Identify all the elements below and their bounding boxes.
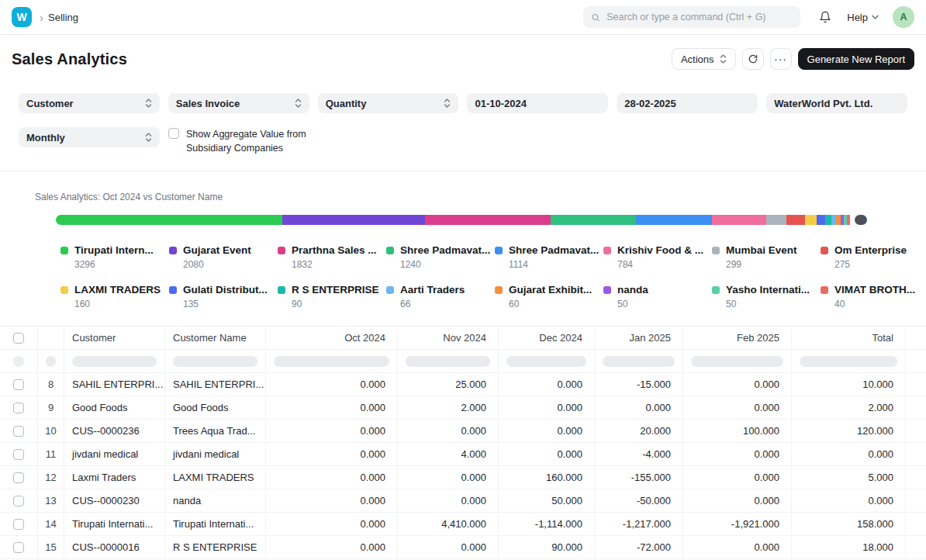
filter-value-field-value: Quantity [326, 98, 444, 109]
col-header-nov-2024[interactable]: Nov 2024 [397, 327, 498, 349]
column-filter-input[interactable] [603, 356, 675, 367]
legend-item[interactable]: VIMAT BROTH...40 [821, 283, 926, 310]
value-cell: 0.000 [682, 443, 791, 465]
col-header-dec-2024[interactable]: Dec 2024 [498, 327, 594, 349]
notifications-button[interactable] [816, 8, 834, 26]
table-row[interactable]: 9Good FoodsGood Foods0.0002.0000.0000.00… [0, 396, 926, 420]
refresh-button[interactable] [742, 48, 764, 70]
bar-segment[interactable] [551, 215, 636, 225]
table-row[interactable]: 13CUS--0000230nanda0.0000.00050.000-50.0… [0, 489, 926, 513]
legend-item[interactable]: Yasho Internati...50 [712, 283, 821, 310]
value-cell: -1,921.000 [682, 513, 791, 535]
filter-value-field-select[interactable]: Quantity [318, 93, 459, 113]
legend-item[interactable]: Aarti Traders66 [386, 283, 495, 310]
navbar: W › Selling Help A [0, 0, 926, 35]
row-checkbox[interactable] [13, 519, 24, 530]
table-row[interactable]: 14Tirupati Internati...Tirupati Internat… [0, 513, 926, 536]
filter-company-input[interactable]: WaterWorld Pvt. Ltd. [766, 93, 907, 113]
col-header-total[interactable]: Total [791, 327, 905, 349]
table-row[interactable]: 10CUS--0000236Trees Aqua Trad...0.0000.0… [0, 420, 926, 443]
col-header-customer[interactable]: Customer [64, 327, 164, 349]
column-filter-input[interactable] [46, 356, 56, 367]
chart-title: Sales Analytics: Oct 2024 vs Customer Na… [35, 192, 926, 202]
bar-segment[interactable] [56, 215, 282, 225]
legend-item[interactable]: Gujarat Exhibit...60 [495, 283, 603, 310]
bar-segment[interactable] [805, 215, 816, 225]
column-filter-input[interactable] [173, 356, 257, 367]
legend-item[interactable]: Mumbai Event299 [712, 244, 821, 271]
legend-item[interactable]: Krishiv Food & ...784 [603, 244, 712, 271]
row-checkbox[interactable] [13, 379, 24, 390]
row-filler-cell [905, 420, 926, 442]
bar-segment[interactable] [712, 215, 765, 225]
value-cell: 0.000 [791, 443, 905, 465]
select-all-checkbox[interactable] [13, 333, 24, 344]
table-row[interactable]: 11jivdani medicaljivdani medical0.0004.0… [0, 443, 926, 466]
breadcrumb-selling[interactable]: Selling [48, 12, 78, 23]
value-cell: 0.000 [397, 466, 498, 489]
table-row[interactable]: 8SAHIL ENTERPRI...SAHIL ENTERPRI...0.000… [0, 373, 926, 396]
legend-item[interactable]: R S ENTERPRISE90 [278, 283, 386, 310]
actions-button[interactable]: Actions [672, 48, 736, 70]
legend-item[interactable]: Om Enterprise275 [821, 244, 926, 271]
legend-label: Mumbai Event [726, 244, 797, 256]
column-filter-input[interactable] [800, 356, 897, 367]
row-checkbox[interactable] [13, 542, 24, 553]
row-checkbox[interactable] [13, 426, 24, 437]
help-label: Help [847, 12, 868, 23]
aggregate-checkbox[interactable] [168, 128, 179, 139]
table-row[interactable]: 15CUS--0000016R S ENTERPRISE0.0000.00090… [0, 536, 926, 559]
app-logo[interactable]: W [12, 7, 32, 27]
value-cell: 0.000 [265, 443, 397, 465]
col-header-oct-2024[interactable]: Oct 2024 [265, 327, 397, 349]
column-filter-input[interactable] [506, 356, 586, 367]
bar-segment[interactable] [825, 215, 831, 225]
help-menu[interactable]: Help [847, 12, 879, 23]
column-filter-input[interactable] [274, 356, 389, 367]
row-checkbox[interactable] [13, 472, 24, 483]
filter-doctype-select[interactable]: Sales Invoice [168, 93, 309, 113]
bar-segment[interactable] [817, 215, 826, 225]
col-header-jan-2025[interactable]: Jan 2025 [594, 327, 682, 349]
column-filter-input[interactable] [72, 356, 157, 367]
legend-item[interactable]: Tirupati Intern...3296 [60, 244, 169, 271]
filter-tree-type-select[interactable]: Customer [19, 93, 160, 113]
table-row[interactable]: 12Laxmi TradersLAXMI TRADERS0.0000.00016… [0, 466, 926, 489]
legend-item[interactable]: Prarthna Sales ...1832 [278, 244, 386, 271]
legend-color-dot [495, 286, 503, 294]
bar-segment[interactable] [425, 215, 551, 225]
user-avatar[interactable]: A [893, 6, 914, 28]
col-header-feb-2025[interactable]: Feb 2025 [682, 327, 791, 349]
row-index: 11 [37, 443, 64, 465]
filter-range-select[interactable]: Monthly [19, 127, 160, 147]
row-checkbox[interactable] [13, 496, 24, 506]
row-checkbox[interactable] [13, 403, 24, 413]
bar-segment[interactable] [766, 215, 786, 225]
filter-to-date-input[interactable]: 28-02-2025 [617, 93, 758, 113]
row-checkbox-cell [0, 373, 37, 396]
from-date-value: 01-10-2024 [475, 98, 600, 109]
bar-segment[interactable] [636, 215, 713, 225]
customer-cell: CUS--0000016 [64, 536, 164, 558]
legend-item[interactable]: Shree Padmavat...1114 [495, 244, 603, 271]
legend-item[interactable]: nanda50 [603, 283, 712, 310]
legend-item[interactable]: Shree Padmavat...1240 [386, 244, 495, 271]
bar-segment[interactable] [282, 215, 425, 225]
bar-segment[interactable] [847, 215, 850, 225]
more-menu-button[interactable]: ··· [770, 48, 792, 70]
value-cell: 90.000 [498, 536, 594, 558]
value-cell: -72.000 [594, 536, 682, 558]
global-search[interactable] [583, 6, 800, 28]
legend-item[interactable]: LAXMI TRADERS160 [60, 283, 169, 310]
row-checkbox[interactable] [13, 449, 24, 460]
search-icon [591, 12, 600, 22]
generate-new-report-button[interactable]: Generate New Report [798, 48, 914, 70]
col-header-customer-name[interactable]: Customer Name [164, 327, 265, 349]
legend-item[interactable]: Gulati Distribut...135 [169, 283, 278, 310]
column-filter-input[interactable] [406, 356, 490, 367]
bar-segment[interactable] [786, 215, 805, 225]
legend-item[interactable]: Gujarat Event2080 [169, 244, 278, 271]
column-filter-input[interactable] [691, 356, 783, 367]
search-input[interactable] [606, 12, 793, 22]
filter-from-date-input[interactable]: 01-10-2024 [467, 93, 608, 113]
